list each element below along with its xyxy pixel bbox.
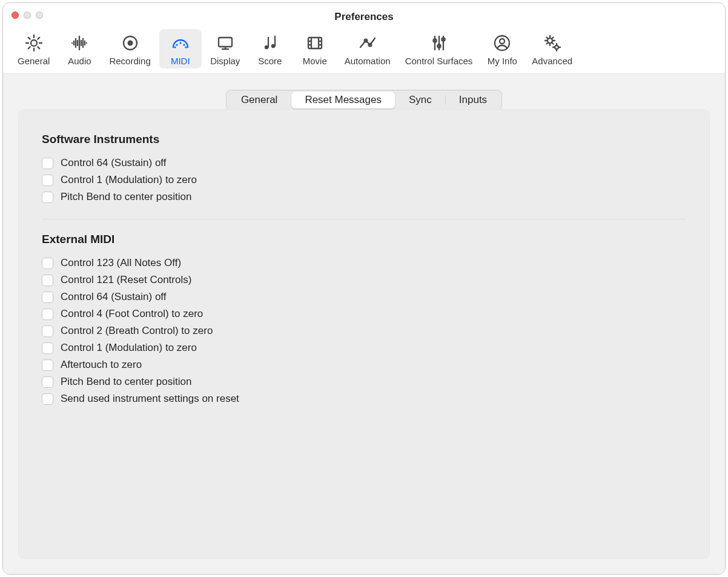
toolbar-automation[interactable]: Automation (339, 29, 397, 68)
checkbox-ext-aftertouch-zero[interactable] (42, 359, 53, 371)
toolbar-movie[interactable]: Movie (294, 29, 336, 68)
option-label: Control 1 (Modulation) to zero (61, 174, 197, 186)
window-title: Preferences (334, 6, 393, 23)
checkbox-sw-modulation-zero[interactable] (42, 175, 53, 186)
toolbar-label: Recording (109, 56, 150, 66)
toolbar-control-surfaces[interactable]: Control Surfaces (399, 29, 479, 68)
section-divider (42, 219, 686, 219)
toolbar-score[interactable]: Score (249, 29, 291, 68)
option-row: Control 64 (Sustain) off (42, 288, 686, 305)
reset-messages-pane: Software Instruments Control 64 (Sustain… (18, 109, 710, 559)
svg-point-4 (179, 42, 181, 44)
checkbox-ext-sustain-off[interactable] (42, 292, 53, 303)
display-icon (215, 33, 236, 53)
option-row: Send used instrument settings on reset (42, 390, 686, 407)
toolbar-label: Display (210, 56, 240, 66)
option-label: Control 64 (Sustain) off (61, 157, 167, 169)
toolbar-label: MIDI (171, 56, 190, 66)
subtab-reset-messages[interactable]: Reset Messages (291, 92, 395, 108)
toolbar-label: General (18, 56, 50, 66)
svg-point-18 (500, 39, 505, 44)
automation-icon (357, 33, 378, 53)
svg-rect-8 (219, 38, 232, 47)
option-label: Pitch Bend to center position (61, 191, 191, 203)
svg-point-6 (174, 46, 176, 48)
svg-point-3 (176, 44, 177, 45)
svg-point-7 (185, 46, 187, 48)
midi-subtabs: General Reset Messages Sync Inputs (226, 90, 502, 110)
toolbar-label: Score (258, 56, 282, 66)
titlebar: Preferences (3, 3, 725, 25)
option-row: Control 1 (Modulation) to zero (42, 339, 686, 356)
option-label: Control 123 (All Notes Off) (61, 257, 181, 269)
zoom-button[interactable] (36, 12, 43, 19)
option-row: Control 4 (Foot Control) to zero (42, 305, 686, 322)
sliders-icon (429, 33, 449, 53)
option-label: Control 2 (Breath Control) to zero (61, 325, 213, 337)
option-row: Control 2 (Breath Control) to zero (42, 322, 686, 339)
option-row: Control 121 (Reset Controls) (42, 272, 686, 288)
toolbar-audio[interactable]: Audio (58, 29, 101, 68)
person-circle-icon (492, 33, 512, 53)
toolbar-advanced[interactable]: Advanced (526, 29, 578, 68)
checkbox-ext-foot-control-zero[interactable] (42, 309, 53, 320)
gear-icon (24, 33, 44, 53)
section-software-instruments-title: Software Instruments (42, 133, 686, 146)
toolbar-label: Automation (345, 56, 391, 66)
checkbox-ext-all-notes-off[interactable] (42, 258, 53, 269)
option-row: Control 64 (Sustain) off (42, 155, 686, 172)
window-controls (12, 12, 43, 19)
record-icon (120, 33, 141, 53)
music-notes-icon (260, 33, 280, 53)
option-row: Aftertouch to zero (42, 356, 686, 373)
toolbar-label: Movie (303, 56, 327, 66)
subtab-inputs[interactable]: Inputs (446, 92, 500, 108)
option-label: Pitch Bend to center position (61, 376, 191, 388)
film-icon (305, 33, 325, 53)
svg-point-0 (31, 40, 37, 46)
midi-icon (170, 33, 191, 53)
checkbox-sw-sustain-off[interactable] (42, 158, 53, 169)
svg-rect-11 (308, 38, 322, 48)
preferences-window: Preferences General Audio Recording (2, 2, 726, 575)
option-label: Aftertouch to zero (61, 359, 142, 371)
preferences-toolbar: General Audio Recording (3, 25, 725, 74)
svg-point-5 (183, 44, 185, 45)
option-row: Control 1 (Modulation) to zero (42, 172, 686, 188)
option-row: Pitch Bend to center position (42, 373, 686, 390)
checkbox-ext-reset-controls[interactable] (42, 275, 53, 286)
toolbar-display[interactable]: Display (204, 29, 247, 68)
toolbar-label: Control Surfaces (405, 56, 473, 66)
toolbar-recording[interactable]: Recording (103, 29, 156, 68)
svg-point-20 (555, 45, 558, 49)
toolbar-label: My Info (488, 56, 517, 66)
toolbar-general[interactable]: General (12, 29, 56, 68)
minimize-button[interactable] (24, 12, 31, 19)
svg-point-2 (127, 41, 133, 46)
option-label: Control 4 (Foot Control) to zero (61, 308, 203, 320)
subtab-sync[interactable]: Sync (395, 92, 445, 108)
toolbar-label: Audio (68, 56, 91, 66)
checkbox-ext-modulation-zero[interactable] (42, 342, 53, 354)
option-row: Pitch Bend to center position (42, 188, 686, 205)
subtab-general[interactable]: General (228, 92, 291, 108)
gears-icon (542, 33, 563, 53)
option-label: Send used instrument settings on reset (61, 393, 239, 405)
waveform-icon (69, 33, 90, 53)
checkbox-sw-pitch-bend-center[interactable] (42, 192, 53, 203)
option-label: Control 64 (Sustain) off (61, 291, 167, 303)
section-external-midi-title: External MIDI (42, 233, 686, 246)
checkbox-ext-pitch-bend-center[interactable] (42, 376, 53, 388)
content-area: General Reset Messages Sync Inputs Softw… (3, 74, 725, 574)
option-row: Control 123 (All Notes Off) (42, 255, 686, 272)
option-label: Control 121 (Reset Controls) (61, 274, 191, 286)
checkbox-ext-breath-control-zero[interactable] (42, 325, 53, 337)
toolbar-midi[interactable]: MIDI (159, 29, 202, 68)
toolbar-my-info[interactable]: My Info (481, 29, 523, 68)
checkbox-ext-send-instrument-settings[interactable] (42, 393, 53, 405)
close-button[interactable] (12, 12, 19, 19)
toolbar-label: Advanced (532, 56, 572, 66)
option-label: Control 1 (Modulation) to zero (61, 342, 197, 354)
